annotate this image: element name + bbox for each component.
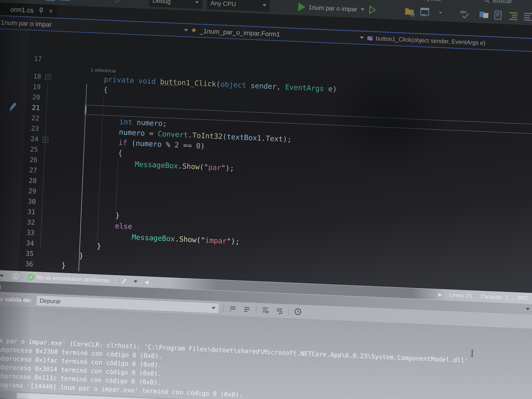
search-control[interactable]: Buscar (484, 0, 512, 5)
code-token: { (118, 149, 123, 157)
chevron-down-icon (212, 307, 216, 309)
close-icon[interactable]: × (49, 7, 53, 14)
comment-lines-icon[interactable] (479, 8, 489, 21)
find-in-files-icon[interactable] (404, 5, 416, 18)
feedback-icon[interactable] (7, 272, 24, 280)
prev-message-icon[interactable] (228, 304, 238, 314)
line-number: 26 (23, 154, 40, 165)
type-name: _1num_par_o_impar.Form1 (200, 27, 280, 38)
chevron-down-icon[interactable] (526, 308, 530, 310)
run-target-label: 1num par o impar (308, 4, 357, 13)
line-number: 31 (21, 206, 38, 217)
code-token: , (276, 82, 285, 91)
increase-indent-icon[interactable] (508, 10, 519, 23)
code-token (134, 76, 139, 85)
code-token: 0 (196, 142, 201, 150)
line-number: 27 (23, 165, 40, 176)
code-token: ( (127, 139, 136, 147)
autoscroll-clock-icon[interactable] (293, 307, 303, 317)
code-token: { (103, 85, 108, 94)
line-number: 29 (22, 185, 39, 196)
next-message-icon[interactable] (242, 304, 252, 315)
pen-cursor-icon (8, 102, 17, 111)
fold-collapse-box[interactable]: − (43, 137, 48, 142)
platform-combo[interactable]: Any CPU (207, 0, 270, 12)
save-all-icon[interactable] (60, 0, 70, 3)
pin-icon[interactable] (38, 7, 44, 14)
configuration-combo[interactable]: Debug (148, 0, 203, 9)
chevron-down-icon (439, 12, 442, 14)
start-debug-button[interactable]: 1num par o impar (300, 1, 363, 16)
paste-icon[interactable] (16, 0, 26, 1)
fold-collapse-box[interactable]: − (45, 74, 51, 80)
code-token: EventArgs (285, 83, 324, 93)
chevron-down-icon (134, 280, 138, 283)
zoom-control[interactable]: 90 % (0, 272, 8, 279)
code-token: . (175, 235, 179, 243)
code-token: numero (119, 128, 145, 137)
solution-explorer-icon[interactable] (419, 6, 431, 19)
line-number: 21 (25, 102, 42, 113)
project-dropdown[interactable]: 1num par o impar (0, 16, 52, 31)
code-token: par (208, 163, 221, 172)
play-icon (298, 3, 305, 11)
format-document-icon[interactable] (493, 9, 504, 22)
scroll-left-arrow[interactable]: ◀ (142, 279, 152, 285)
line-number: 18 (27, 71, 44, 82)
svg-text:abc: abc (460, 9, 467, 14)
configuration-value: Debug (152, 0, 171, 5)
line-number: 19 (26, 81, 43, 92)
chevron-down-icon (361, 8, 365, 11)
line-number: 35 (19, 248, 36, 259)
spaces-value: SPC (517, 295, 529, 302)
save-icon[interactable] (45, 0, 56, 3)
code-token: button1_Click (160, 77, 216, 88)
code-token: . (188, 131, 192, 139)
column-value: Carácter: 1 (481, 293, 508, 301)
code-token: 2 (174, 141, 179, 149)
code-editor[interactable]: 1718192021222324252627282930313233343536… (0, 29, 532, 294)
code-area[interactable]: 1 referenciaprivate void button1_Click(o… (45, 32, 532, 294)
spell-check-icon[interactable]: abc (459, 7, 470, 20)
start-without-debug-button[interactable] (367, 4, 378, 16)
show-output-from-label: Mostrar salida de: (0, 295, 32, 304)
chevron-down-icon (184, 29, 188, 32)
code-token: . (178, 162, 183, 170)
line-number: 32 (21, 217, 38, 228)
line-number: 22 (25, 113, 42, 124)
status-spaces[interactable]: SPC (513, 295, 532, 302)
platform-value: Any CPU (210, 0, 236, 8)
menu-item-ventana[interactable]: Ventana (388, 0, 412, 1)
open-folder-icon[interactable] (30, 0, 41, 2)
decrease-indent-icon[interactable] (523, 10, 532, 23)
line-number: 34 (20, 237, 37, 248)
line-number: 30 (21, 196, 38, 207)
line-number: 33 (20, 227, 37, 238)
search-label: Buscar (493, 0, 512, 5)
menu-item-ayuda[interactable]: Ayuda (423, 0, 441, 2)
clear-output-icon[interactable] (260, 305, 271, 315)
undo-icon[interactable] (111, 0, 122, 5)
code-token: else (115, 222, 132, 231)
photo-of-screen: AnalizarHerramientasExtensionesVentanaAy… (0, 0, 532, 399)
mouse-ibeam-cursor: I (470, 349, 474, 358)
code-token: MessageBox (135, 160, 178, 170)
code-token: (" (200, 163, 209, 171)
code-token (324, 84, 329, 93)
code-token: ) (200, 142, 205, 150)
status-line[interactable]: Línea: 21 (445, 291, 477, 299)
chevron-down-icon (262, 4, 266, 6)
chevron-down-icon (0, 274, 3, 277)
scroll-right-arrow[interactable]: ▶ (435, 291, 445, 298)
code-token: == (179, 141, 196, 150)
code-token: private (104, 75, 134, 85)
word-wrap-icon[interactable] (274, 306, 285, 316)
line-number: 20 (26, 92, 43, 103)
code-token: Show (182, 162, 200, 171)
divider (223, 305, 224, 312)
code-token: ( (222, 132, 227, 141)
code-token (156, 77, 160, 86)
code-cleanup-button[interactable] (115, 277, 142, 285)
status-column[interactable]: Carácter: 1 (476, 293, 513, 301)
check-icon: ✓ (27, 273, 35, 281)
